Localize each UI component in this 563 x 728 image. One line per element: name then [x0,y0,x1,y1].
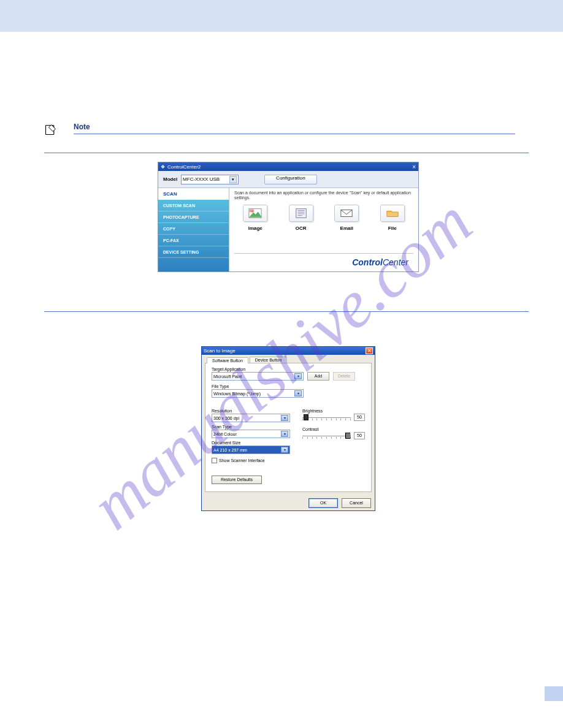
brand-light: Center [383,257,408,267]
dlg-titlebar: Scan to Image ✕ [202,347,375,355]
dlg-title: Scan to Image [204,348,236,354]
close-icon[interactable]: ✕ [366,347,373,354]
image-icon [248,208,262,219]
page-content: Note ❖ ControlCenter2 × Model MFC-XXXX U… [44,43,532,511]
note-heading: Note [74,123,532,131]
add-button[interactable]: Add [307,372,329,381]
brightness-label: Brightness [302,409,365,413]
cc2-topbar: Model MFC-XXXX USB ▾ Configuration [158,171,418,188]
tile-email-label: Email [340,226,353,231]
dlg-button-row: OK Cancel [202,496,375,510]
ok-button[interactable]: OK [308,498,338,508]
brand-bold: Control [352,257,383,267]
model-value: MFC-XXXX USB [183,176,220,182]
contrast-label: Contrast [302,427,365,431]
sidebar-item-photocapture[interactable]: PHOTOCAPTURE [158,211,229,223]
target-app-value: Microsoft Paint [213,374,242,379]
brightness-slider[interactable] [302,414,351,420]
email-icon [340,208,353,219]
docsize-label: Document Size [212,441,291,445]
tile-file-label: File [388,226,397,231]
note-body: Note [74,123,532,150]
cc2-description: Scan a document into an application or c… [234,191,413,201]
cc2-title: ControlCenter2 [167,164,201,170]
scantype-select[interactable]: 24bit Colour ▾ [212,430,290,438]
show-scanner-interface-row[interactable]: Show Scanner Interface [212,458,291,463]
target-app-select[interactable]: Microsoft Paint ▾ [212,372,304,381]
section-rule [44,311,529,312]
file-type-value: Windows Bitmap (*.bmp) [213,392,261,396]
brightness-value: 50 [354,414,365,421]
contrast-slider[interactable] [302,433,351,439]
scantype-value: 24bit Colour [213,432,237,436]
note-rule-1 [74,134,515,134]
sidebar-item-pcfax[interactable]: PC-FAX [158,235,229,246]
folder-icon [386,208,399,219]
restore-defaults-button[interactable]: Restore Defaults [212,476,262,484]
controlcenter2-window: ❖ ControlCenter2 × Model MFC-XXXX USB ▾ … [158,162,419,272]
chevron-down-icon: ▾ [294,373,302,379]
docsize-select[interactable]: A4 210 x 297 mm ▾ [212,446,290,454]
tab-software-button[interactable]: Software Button [207,357,248,363]
contrast-value: 50 [354,432,365,439]
tile-email[interactable]: Email [328,205,365,231]
svg-rect-3 [250,209,254,212]
tile-ocr-label: OCR [296,226,307,231]
sidebar-item-custom-scan[interactable]: CUSTOM SCAN [158,200,229,211]
target-app-label: Target Application [212,367,365,371]
resolution-select[interactable]: 300 x 300 dpi ▾ [212,414,290,422]
tab-device-button[interactable]: Device Button [250,357,288,363]
cancel-button[interactable]: Cancel [342,498,371,508]
chevron-down-icon: ▾ [281,431,288,437]
chevron-down-icon: ▾ [294,390,302,396]
ocr-icon [294,208,308,219]
sidebar-item-device-setting[interactable]: DEVICE SETTING [158,246,229,258]
delete-button: Delete [333,372,355,381]
note-rule-2 [44,153,529,153]
dlg-tabs: Software Button Device Button [205,357,372,363]
sidebar-item-copy[interactable]: COPY [158,223,229,235]
close-icon[interactable]: × [412,164,416,170]
chevron-down-icon: ▾ [229,176,237,183]
file-type-select[interactable]: Windows Bitmap (*.bmp) ▾ [212,389,304,398]
note-row: Note [44,123,532,150]
resolution-value: 300 x 300 dpi [213,416,239,420]
tile-ocr[interactable]: OCR [283,205,320,231]
note-icon [44,124,56,136]
checkbox-unchecked-icon[interactable] [212,458,217,463]
cc2-sidebar: SCAN CUSTOM SCAN PHOTOCAPTURE COPY PC-FA… [158,188,229,271]
cc2-brand: Control Center [234,253,413,270]
tile-image[interactable]: Image [237,205,274,231]
show-iface-label: Show Scanner Interface [219,458,265,463]
resolution-label: Resolution [212,409,291,413]
model-select[interactable]: MFC-XXXX USB ▾ [181,175,239,184]
dlg-panel: Target Application Microsoft Paint ▾ Add… [205,363,372,492]
scan-to-image-dialog: Scan to Image ✕ Software Button Device B… [201,346,375,511]
chevron-down-icon: ▾ [281,415,288,421]
svg-rect-4 [296,208,307,218]
chevron-down-icon: ▾ [281,447,288,453]
header-band [0,0,563,32]
scantype-label: Scan Type [212,425,291,429]
model-label: Model [163,176,177,182]
docsize-value: A4 210 x 297 mm [213,448,247,452]
tile-file[interactable]: File [374,205,411,231]
cc2-tiles: Image OCR Email File [234,205,413,231]
page-tab [545,686,563,701]
cc2-titlebar: ❖ ControlCenter2 × [158,162,418,171]
tile-image-label: Image [248,226,262,231]
configuration-button[interactable]: Configuration [264,175,317,184]
file-type-label: File Type [212,384,365,389]
sidebar-item-scan[interactable]: SCAN [158,188,229,200]
cc2-main-panel: Scan a document into an application or c… [229,188,418,271]
